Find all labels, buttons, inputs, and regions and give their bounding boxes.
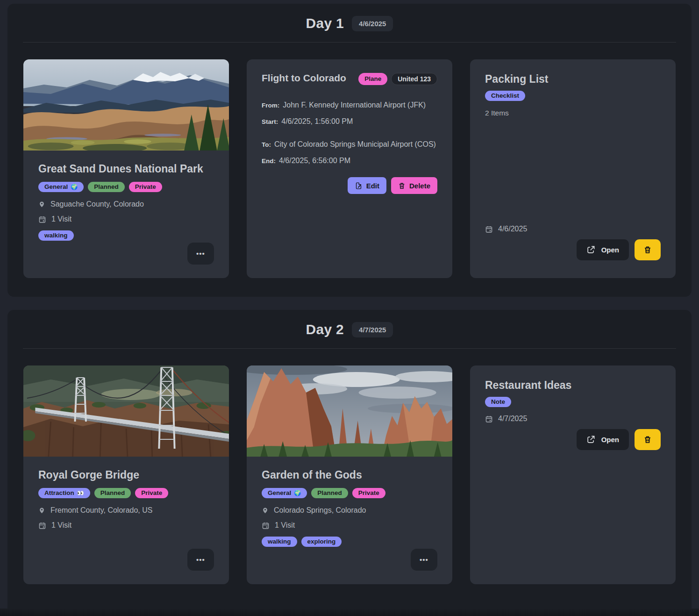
activity-tag: walking <box>38 230 74 241</box>
place-card-body: Garden of the Gods General🌍 Planned Priv… <box>247 457 452 547</box>
status-tag: Planned <box>88 182 125 192</box>
globe-icon: 🌍 <box>71 184 78 190</box>
delete-button[interactable]: Delete <box>391 177 437 194</box>
flight-number-badge: United 123 <box>391 73 437 85</box>
external-link-icon <box>586 245 595 254</box>
activity-tag: walking <box>262 537 297 547</box>
place-card-great-sand-dunes[interactable]: Great Sand Dunes National Park General🌍 … <box>23 59 229 278</box>
calendar-icon <box>485 225 493 233</box>
open-button[interactable]: Open <box>577 429 629 450</box>
note-title: Restaurant Ideas <box>485 379 661 392</box>
status-tag: Planned <box>311 488 348 498</box>
location-row: Colorado Springs, Colorado <box>262 506 437 515</box>
location-pin-icon <box>38 506 45 515</box>
ellipsis-icon: ••• <box>420 556 428 564</box>
flight-end-row: End:4/6/2025, 6:56:00 PM <box>262 157 437 165</box>
note-card-restaurant-ideas: Restaurant Ideas Note 4/7/2025 Open <box>470 365 676 584</box>
checklist-title: Packing List <box>485 73 661 86</box>
ellipsis-icon: ••• <box>196 556 205 564</box>
note-date: 4/7/2025 <box>498 415 527 423</box>
from-value: John F. Kennedy International Airport (J… <box>283 101 426 109</box>
location-pin-icon <box>38 200 45 208</box>
edit-button[interactable]: Edit <box>348 177 386 194</box>
place-card-garden-of-the-gods[interactable]: Garden of the Gods General🌍 Planned Priv… <box>247 365 452 584</box>
category-tag: General🌍 <box>38 182 84 192</box>
flight-actions: Edit Delete <box>262 177 437 194</box>
activity-tag: exploring <box>301 537 342 547</box>
checklist-actions: Open <box>485 239 661 260</box>
open-label: Open <box>601 436 619 444</box>
place-photo-sand-dunes <box>23 59 229 150</box>
place-card-body: Royal Gorge Bridge Attraction👀 Planned P… <box>23 457 229 530</box>
ellipsis-icon: ••• <box>196 250 205 258</box>
location-text: Colorado Springs, Colorado <box>274 506 366 515</box>
delete-checklist-button[interactable] <box>635 239 661 260</box>
calendar-icon <box>262 522 270 530</box>
place-tags: Attraction👀 Planned Private <box>38 488 214 498</box>
note-date-row: 4/7/2025 <box>485 415 661 423</box>
checklist-card-packing-list: Packing List Checklist 2 Items 4/6/2025 … <box>470 59 676 278</box>
card-menu-button[interactable]: ••• <box>187 243 214 265</box>
visits-text: 1 Visit <box>51 215 71 223</box>
location-text: Fremont County, Colorado, US <box>50 506 152 515</box>
globe-icon: 🌍 <box>294 490 301 496</box>
day-1-header: Day 1 4/6/2025 <box>23 4 676 43</box>
place-title: Royal Gorge Bridge <box>38 469 214 481</box>
place-photo-royal-gorge <box>23 365 229 457</box>
start-value: 4/6/2025, 1:56:00 PM <box>281 117 353 125</box>
privacy-tag: Private <box>135 488 168 498</box>
flight-start-row: Start:4/6/2025, 1:56:00 PM <box>262 117 437 126</box>
privacy-tag: Private <box>352 488 385 498</box>
location-row: Saguache County, Colorado <box>38 200 214 208</box>
edit-label: Edit <box>366 182 379 190</box>
place-title: Great Sand Dunes National Park <box>38 163 214 175</box>
delete-label: Delete <box>409 182 430 190</box>
to-label: To: <box>262 141 271 148</box>
transport-type-tag: Plane <box>358 73 387 85</box>
calendar-icon <box>38 215 46 223</box>
trash-icon <box>643 435 652 444</box>
external-link-icon <box>586 435 595 444</box>
flight-badges: Plane United 123 <box>358 73 437 85</box>
spacer <box>485 117 661 218</box>
day-title: Day 2 <box>306 322 344 337</box>
flight-header: Flight to Colorado Plane United 123 <box>262 72 437 85</box>
status-tag: Planned <box>94 488 131 498</box>
location-text: Saguache County, Colorado <box>50 200 144 208</box>
eyes-icon: 👀 <box>77 490 84 496</box>
items-count: 2 Items <box>485 109 661 117</box>
flight-card: Flight to Colorado Plane United 123 From… <box>247 59 452 278</box>
day-1-cards-row: Great Sand Dunes National Park General🌍 … <box>7 43 692 278</box>
flight-title: Flight to Colorado <box>262 72 346 84</box>
day-2-header: Day 2 4/7/2025 <box>23 310 676 349</box>
place-photo-garden-of-the-gods <box>247 365 452 457</box>
visits-row: 1 Visit <box>38 215 214 223</box>
document-edit-icon <box>355 182 363 190</box>
day-2-section: Day 2 4/7/2025 <box>7 310 692 616</box>
end-label: End: <box>262 158 276 165</box>
card-menu-button[interactable]: ••• <box>187 549 214 571</box>
place-tags: General🌍 Planned Private <box>262 488 437 498</box>
open-button[interactable]: Open <box>577 239 629 260</box>
bottom-edge-shade <box>0 609 699 616</box>
location-pin-icon <box>262 506 269 515</box>
to-value: City of Colorado Springs Municipal Airpo… <box>274 140 436 148</box>
card-menu-button[interactable]: ••• <box>411 549 437 571</box>
day-2-cards-row: Royal Gorge Bridge Attraction👀 Planned P… <box>7 349 692 584</box>
place-tags: General🌍 Planned Private <box>38 182 214 192</box>
day-title: Day 1 <box>306 15 344 31</box>
activity-tags: walking <box>38 230 214 241</box>
visits-row: 1 Visit <box>262 521 437 530</box>
flight-card-body: Flight to Colorado Plane United 123 From… <box>247 59 452 194</box>
category-label: General <box>268 489 291 496</box>
privacy-tag: Private <box>129 182 162 192</box>
note-type-tag: Note <box>485 397 511 407</box>
checklist-type-tag: Checklist <box>485 91 525 101</box>
flight-to-row: To:City of Colorado Springs Municipal Ai… <box>262 140 437 149</box>
end-value: 4/6/2025, 6:56:00 PM <box>279 157 350 165</box>
visits-row: 1 Visit <box>38 521 214 530</box>
delete-note-button[interactable] <box>635 429 661 450</box>
place-card-royal-gorge-bridge[interactable]: Royal Gorge Bridge Attraction👀 Planned P… <box>23 365 229 584</box>
place-card-body: Great Sand Dunes National Park General🌍 … <box>23 150 229 241</box>
calendar-icon <box>38 522 46 530</box>
